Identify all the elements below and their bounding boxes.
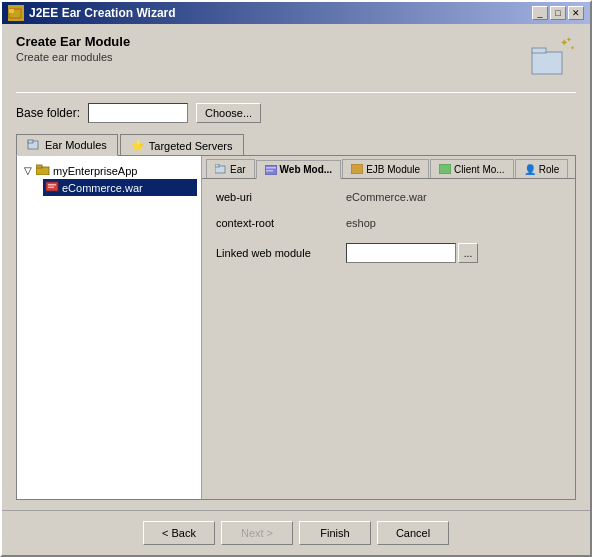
content-area: Create Ear Module Create ear modules ✦ ✦… xyxy=(2,24,590,510)
tree-child-area: eCommerce.war xyxy=(21,179,197,196)
main-window: J2EE Ear Creation Wizard _ □ ✕ Create Ea… xyxy=(0,0,592,557)
svg-rect-10 xyxy=(36,165,42,168)
next-button[interactable]: Next > xyxy=(221,521,293,545)
ear-modules-icon xyxy=(27,138,41,152)
context-root-label: context-root xyxy=(216,217,346,229)
form-row-web-uri: web-uri eCommerce.war xyxy=(216,191,561,203)
minimize-button[interactable]: _ xyxy=(532,6,548,20)
folder-icon xyxy=(36,163,50,178)
base-folder-row: Base folder: Choose... xyxy=(16,103,576,123)
web-uri-label: web-uri xyxy=(216,191,346,203)
page-subtitle: Create ear modules xyxy=(16,51,130,63)
tab-targeted-servers-label: Targeted Servers xyxy=(149,140,233,152)
sub-tab-ear[interactable]: Ear xyxy=(206,159,255,178)
svg-rect-12 xyxy=(48,184,56,186)
sub-tab-web-mod-label: Web Mod... xyxy=(280,164,333,175)
maximize-button[interactable]: □ xyxy=(550,6,566,20)
tabs-row: Ear Modules ⭐ Targeted Servers xyxy=(16,133,576,155)
web-mod-icon xyxy=(265,165,277,175)
title-bar-left: J2EE Ear Creation Wizard xyxy=(8,5,176,21)
web-uri-value: eCommerce.war xyxy=(346,191,427,203)
context-root-value: eshop xyxy=(346,217,376,229)
window-title: J2EE Ear Creation Wizard xyxy=(29,6,176,20)
sub-tab-client-mo[interactable]: Client Mo... xyxy=(430,159,514,178)
tree-child-item[interactable]: eCommerce.war xyxy=(43,179,197,196)
sub-tab-ear-label: Ear xyxy=(230,164,246,175)
linked-web-module-browse-button[interactable]: ... xyxy=(458,243,478,263)
window-icon xyxy=(8,5,24,21)
wizard-icon-area: ✦ ✦ ✦ xyxy=(528,34,576,82)
svg-rect-19 xyxy=(351,164,363,174)
header-divider xyxy=(16,92,576,93)
base-folder-input[interactable] xyxy=(88,103,188,123)
svg-rect-20 xyxy=(439,164,451,174)
tree-child-label: eCommerce.war xyxy=(62,182,143,194)
linked-web-module-input[interactable] xyxy=(346,243,456,263)
main-panel: ▽ myEnterpriseApp xyxy=(16,155,576,500)
svg-rect-1 xyxy=(9,9,14,13)
svg-rect-2 xyxy=(532,52,562,74)
back-button[interactable]: < Back xyxy=(143,521,215,545)
svg-text:✦: ✦ xyxy=(570,45,575,51)
war-icon xyxy=(45,180,59,195)
title-buttons: _ □ ✕ xyxy=(532,6,584,20)
form-area: web-uri eCommerce.war context-root eshop… xyxy=(202,179,575,499)
sub-tabs: Ear Web Mod... EJB M xyxy=(202,156,575,179)
svg-rect-15 xyxy=(215,164,219,167)
svg-rect-18 xyxy=(266,170,273,172)
role-icon: 👤 xyxy=(524,164,536,175)
svg-rect-3 xyxy=(532,48,546,53)
form-row-context-root: context-root eshop xyxy=(216,217,561,229)
sub-tab-ejb[interactable]: EJB Module xyxy=(342,159,429,178)
client-mo-icon xyxy=(439,164,451,174)
ejb-icon xyxy=(351,164,363,174)
svg-rect-8 xyxy=(28,140,33,143)
sub-tab-ejb-label: EJB Module xyxy=(366,164,420,175)
header-section: Create Ear Module Create ear modules ✦ ✦… xyxy=(16,34,576,82)
svg-rect-13 xyxy=(48,187,54,189)
form-row-linked-web-module: Linked web module ... xyxy=(216,243,561,263)
sub-tab-role-label: Role xyxy=(539,164,560,175)
cancel-button[interactable]: Cancel xyxy=(377,521,449,545)
tab-targeted-servers[interactable]: ⭐ Targeted Servers xyxy=(120,134,244,156)
svg-text:✦: ✦ xyxy=(566,36,572,43)
tab-ear-modules[interactable]: Ear Modules xyxy=(16,134,118,156)
sub-tab-role[interactable]: 👤 Role xyxy=(515,159,569,178)
tree-root-label: myEnterpriseApp xyxy=(53,165,137,177)
title-bar: J2EE Ear Creation Wizard _ □ ✕ xyxy=(2,2,590,24)
close-button[interactable]: ✕ xyxy=(568,6,584,20)
linked-web-module-label: Linked web module xyxy=(216,247,346,259)
header-text: Create Ear Module Create ear modules xyxy=(16,34,130,63)
base-folder-label: Base folder: xyxy=(16,106,80,120)
linked-web-module-input-group: ... xyxy=(346,243,478,263)
choose-button[interactable]: Choose... xyxy=(196,103,261,123)
wizard-graphic: ✦ ✦ ✦ xyxy=(528,36,576,80)
tab-ear-modules-label: Ear Modules xyxy=(45,139,107,151)
right-panel: Ear Web Mod... EJB M xyxy=(202,156,575,499)
finish-button[interactable]: Finish xyxy=(299,521,371,545)
tree-root-item[interactable]: ▽ myEnterpriseApp xyxy=(21,162,197,179)
tree-expand-icon: ▽ xyxy=(23,165,33,176)
targeted-servers-icon: ⭐ xyxy=(131,139,145,152)
bottom-bar: < Back Next > Finish Cancel xyxy=(2,510,590,555)
svg-rect-17 xyxy=(266,167,276,169)
tree-panel: ▽ myEnterpriseApp xyxy=(17,156,202,499)
sub-tab-web-mod[interactable]: Web Mod... xyxy=(256,160,342,179)
page-title: Create Ear Module xyxy=(16,34,130,49)
ear-sub-icon xyxy=(215,164,227,174)
sub-tab-client-mo-label: Client Mo... xyxy=(454,164,505,175)
